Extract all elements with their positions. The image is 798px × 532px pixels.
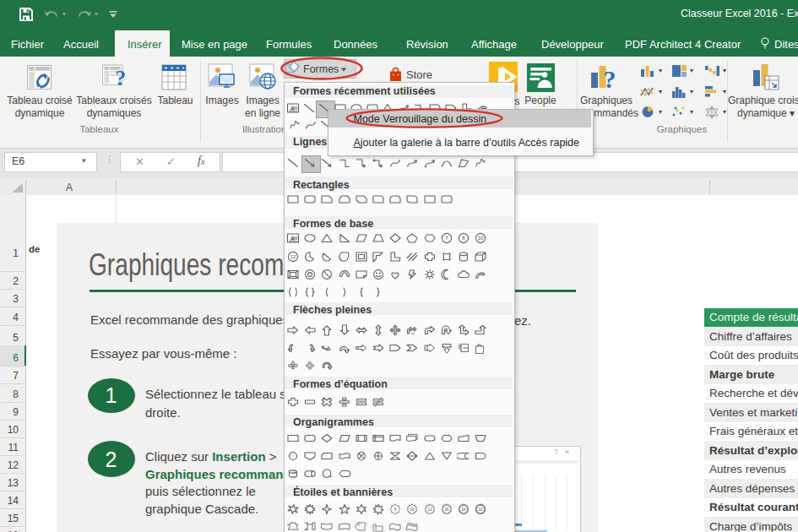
svg-text:10: 10 bbox=[478, 236, 484, 241]
svg-text:7: 7 bbox=[445, 236, 448, 241]
svg-text:32: 32 bbox=[479, 508, 484, 512]
svg-text:8: 8 bbox=[394, 508, 397, 512]
svg-text:12: 12 bbox=[427, 508, 432, 512]
svg-text:16: 16 bbox=[444, 508, 449, 512]
svg-text:?: ? bbox=[604, 65, 616, 93]
svg-text:A: A bbox=[290, 236, 295, 242]
svg-text:10: 10 bbox=[410, 508, 415, 512]
svg-text:12: 12 bbox=[290, 254, 296, 259]
svg-text:8: 8 bbox=[462, 236, 465, 241]
svg-text:A: A bbox=[290, 106, 295, 111]
svg-text:?: ? bbox=[116, 67, 127, 90]
svg-text:24: 24 bbox=[461, 508, 466, 512]
